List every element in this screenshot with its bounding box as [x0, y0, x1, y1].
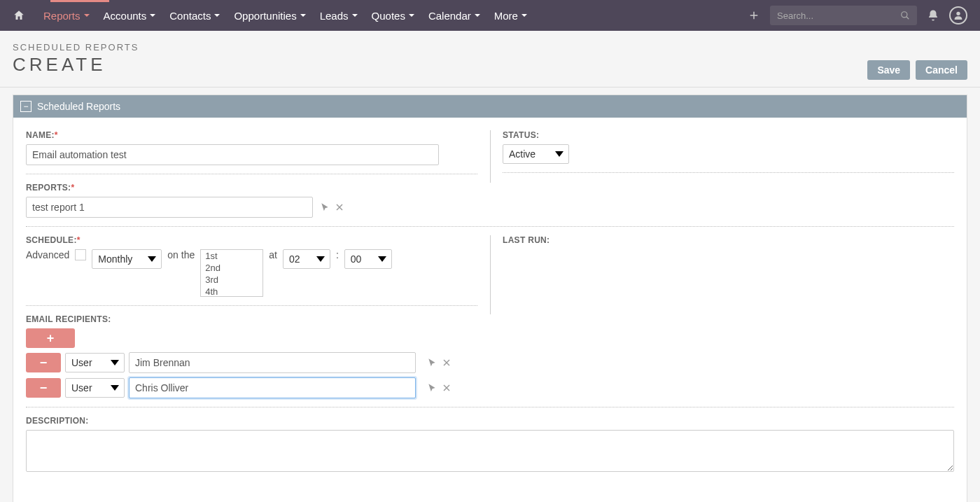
svg-line-1 — [906, 17, 909, 20]
time-colon: : — [336, 249, 339, 260]
clear-icon[interactable] — [442, 358, 451, 367]
day-option[interactable]: 2nd — [201, 262, 262, 274]
clear-icon[interactable] — [335, 203, 344, 211]
search-input[interactable] — [777, 11, 900, 21]
dotted-separator — [26, 407, 954, 407]
schedule-controls: Advanced Monthly on the 1st2nd3rd4th at … — [26, 249, 477, 297]
recipient-name-input[interactable] — [129, 377, 416, 398]
page-title: CREATE — [13, 54, 867, 76]
nav-item-leads[interactable]: Leads — [313, 0, 365, 31]
chevron-down-icon — [300, 14, 306, 17]
recipient-type-select[interactable]: User — [65, 378, 125, 398]
chevron-down-icon — [475, 14, 480, 17]
reports-label: REPORTS:* — [26, 183, 954, 193]
home-icon[interactable] — [13, 9, 25, 22]
nav-item-calendar[interactable]: Calendar — [421, 0, 487, 31]
nav-plus-icon[interactable] — [748, 9, 760, 22]
nav-item-accounts[interactable]: Accounts — [97, 0, 163, 31]
dotted-separator — [26, 226, 954, 227]
row-reports: REPORTS:* — [13, 183, 967, 218]
top-navbar: Reports Accounts Contacts Opportunities … — [0, 0, 980, 31]
chevron-down-icon — [150, 14, 155, 17]
recipient-row: −User — [26, 352, 954, 373]
page-header: SCHEDULED REPORTS CREATE Save Cancel — [0, 31, 980, 88]
search-icon[interactable] — [900, 11, 910, 20]
frequency-select[interactable]: Monthly — [92, 249, 162, 269]
schedule-label: SCHEDULE:* — [26, 235, 477, 245]
header-actions: Save Cancel — [867, 60, 967, 80]
nav-right — [748, 6, 967, 25]
save-button[interactable]: Save — [867, 60, 910, 80]
chevron-down-icon — [522, 14, 527, 17]
collapse-icon[interactable]: − — [20, 101, 31, 112]
dotted-separator — [26, 305, 477, 306]
nav-item-reports[interactable]: Reports — [36, 0, 97, 31]
hour-select[interactable]: 02 — [283, 249, 330, 269]
day-option[interactable]: 4th — [201, 286, 262, 297]
vertical-divider — [490, 235, 491, 314]
nav-item-more[interactable]: More — [487, 0, 534, 31]
nav-item-contacts[interactable]: Contacts — [162, 0, 227, 31]
status-label: STATUS: — [503, 130, 954, 140]
minute-select[interactable]: 00 — [344, 249, 392, 269]
nav-item-quotes[interactable]: Quotes — [365, 0, 421, 31]
pointer-icon[interactable] — [320, 202, 330, 212]
remove-recipient-button[interactable]: − — [26, 353, 61, 372]
description-label: DESCRIPTION: — [26, 416, 954, 426]
clear-icon[interactable] — [442, 384, 451, 392]
remove-recipient-button[interactable]: − — [26, 378, 61, 398]
nav-item-opportunities[interactable]: Opportunities — [227, 0, 312, 31]
chevron-down-icon — [214, 14, 220, 17]
user-avatar-icon[interactable] — [949, 6, 967, 25]
row-name-status: NAME:* STATUS: Active — [13, 130, 967, 183]
description-block: DESCRIPTION: — [13, 416, 967, 474]
scheduled-reports-panel: − Scheduled Reports NAME:* STATUS: Activ… — [13, 95, 967, 502]
svg-point-2 — [956, 12, 960, 15]
svg-point-0 — [902, 12, 907, 18]
cancel-button[interactable]: Cancel — [916, 60, 967, 80]
day-listbox[interactable]: 1st2nd3rd4th — [200, 249, 263, 297]
pointer-icon[interactable] — [427, 383, 437, 393]
recipient-name-input[interactable] — [129, 352, 416, 373]
panel-header: − Scheduled Reports — [13, 95, 967, 118]
description-textarea[interactable] — [26, 430, 954, 472]
active-tab-indicator — [50, 0, 109, 2]
on-the-label: on the — [167, 249, 195, 260]
vertical-divider — [490, 130, 491, 183]
status-select[interactable]: Active — [503, 144, 569, 164]
panel-title: Scheduled Reports — [37, 101, 120, 112]
row-schedule-lastrun: SCHEDULE:* Advanced Monthly on the 1st2n… — [13, 235, 967, 314]
chevron-down-icon — [409, 14, 414, 17]
search-box[interactable] — [770, 6, 917, 25]
at-label: at — [269, 249, 277, 260]
nav-left: Reports Accounts Contacts Opportunities … — [13, 0, 534, 31]
chevron-down-icon — [352, 14, 358, 17]
name-label: NAME:* — [26, 130, 477, 140]
last-run-label: LAST RUN: — [503, 235, 954, 245]
day-option[interactable]: 3rd — [201, 274, 262, 286]
name-input[interactable] — [26, 144, 439, 165]
advanced-label: Advanced — [26, 249, 69, 260]
notifications-icon[interactable] — [927, 9, 939, 22]
recipient-type-select[interactable]: User — [65, 353, 125, 372]
email-recipients-block: EMAIL RECIPIENTS: + −User−User — [13, 314, 967, 398]
recipient-row: −User — [26, 377, 954, 398]
breadcrumb: SCHEDULED REPORTS — [13, 42, 867, 53]
status-select-wrap: Active — [503, 144, 569, 164]
chevron-down-icon — [84, 14, 90, 17]
pointer-icon[interactable] — [427, 358, 437, 368]
dotted-separator — [26, 174, 477, 174]
recipients-label: EMAIL RECIPIENTS: — [26, 314, 954, 324]
reports-input[interactable] — [26, 197, 313, 218]
day-option[interactable]: 1st — [201, 250, 262, 262]
dotted-separator — [503, 172, 954, 173]
advanced-checkbox[interactable] — [75, 249, 86, 260]
add-recipient-button[interactable]: + — [26, 328, 75, 348]
